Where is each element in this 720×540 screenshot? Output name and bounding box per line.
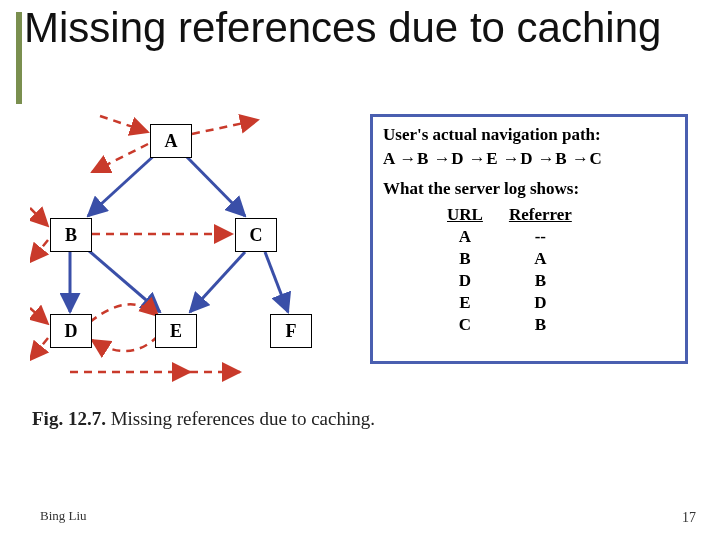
cell-ref: A xyxy=(497,249,584,269)
slide-title: Missing references due to caching xyxy=(22,4,702,51)
node-E: E xyxy=(155,314,197,348)
svg-line-9 xyxy=(30,208,48,226)
table-row: CB xyxy=(435,315,584,335)
server-log-table: URL Referrer A-- BA DB ED CB xyxy=(433,203,586,337)
info-panel: User's actual navigation path: A →B →D →… xyxy=(370,114,688,364)
svg-line-4 xyxy=(190,252,245,312)
cell-url: B xyxy=(435,249,495,269)
node-label: E xyxy=(170,321,182,341)
figure-label: Fig. 12.7. xyxy=(32,408,106,429)
footer-page-number: 17 xyxy=(682,510,696,526)
col-referrer: Referrer xyxy=(497,205,584,225)
svg-line-10 xyxy=(30,240,48,262)
node-label: A xyxy=(165,131,178,151)
node-label: C xyxy=(250,225,263,245)
col-url: URL xyxy=(435,205,495,225)
cell-url: A xyxy=(435,227,495,247)
nav-path: A →B →D →E →D →B →C xyxy=(383,149,675,169)
table-row: A-- xyxy=(435,227,584,247)
svg-line-8 xyxy=(192,120,258,134)
svg-line-7 xyxy=(92,144,148,172)
server-log-header: What the server log shows: xyxy=(383,179,675,199)
figure-area: A B C D E F User's actual navigation pat… xyxy=(30,112,690,452)
node-F: F xyxy=(270,314,312,348)
svg-line-6 xyxy=(100,116,148,132)
table-row: BA xyxy=(435,249,584,269)
node-D: D xyxy=(50,314,92,348)
cell-ref: B xyxy=(497,271,584,291)
cell-ref: D xyxy=(497,293,584,313)
node-A: A xyxy=(150,124,192,158)
footer-author: Bing Liu xyxy=(40,508,87,524)
slide: Missing references due to caching xyxy=(0,0,720,540)
graph: A B C D E F xyxy=(30,112,360,382)
cell-ref: -- xyxy=(497,227,584,247)
figure-caption: Fig. 12.7. Missing references due to cac… xyxy=(32,408,375,430)
cell-url: E xyxy=(435,293,495,313)
svg-line-12 xyxy=(30,308,48,324)
nav-path-header: User's actual navigation path: xyxy=(383,125,675,145)
table-header-row: URL Referrer xyxy=(435,205,584,225)
cell-url: D xyxy=(435,271,495,291)
svg-line-1 xyxy=(182,152,245,216)
node-label: F xyxy=(286,321,297,341)
node-C: C xyxy=(235,218,277,252)
svg-line-13 xyxy=(30,338,48,360)
node-B: B xyxy=(50,218,92,252)
title-accent-bar xyxy=(16,12,22,104)
svg-line-0 xyxy=(88,152,158,216)
svg-line-5 xyxy=(265,252,288,312)
cell-url: C xyxy=(435,315,495,335)
table-row: DB xyxy=(435,271,584,291)
title-block: Missing references due to caching xyxy=(22,4,702,51)
graph-edges xyxy=(30,112,360,402)
node-label: B xyxy=(65,225,77,245)
cell-ref: B xyxy=(497,315,584,335)
table-row: ED xyxy=(435,293,584,313)
figure-caption-text: Missing references due to caching. xyxy=(106,408,375,429)
svg-line-3 xyxy=(88,250,160,312)
node-label: D xyxy=(65,321,78,341)
